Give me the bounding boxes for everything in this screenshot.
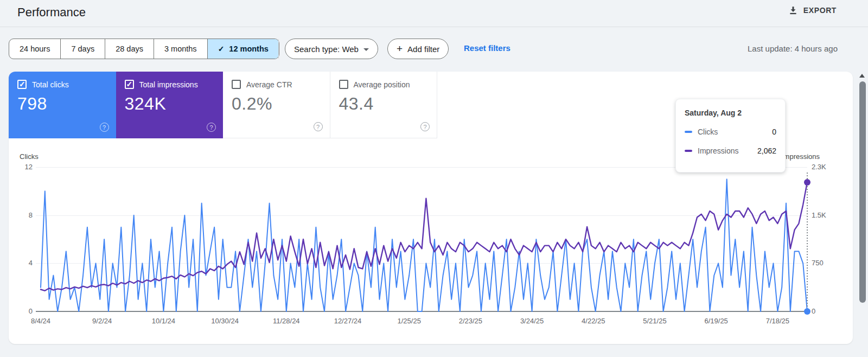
metric-label: Total clicks: [32, 80, 69, 89]
range-tab-28-days[interactable]: 28 days: [105, 39, 154, 59]
tooltip-label: Clicks: [698, 127, 718, 136]
range-tab-3-months[interactable]: 3 months: [154, 39, 208, 59]
vertical-scrollbar[interactable]: [859, 81, 866, 303]
metric-value: 0.2%: [232, 94, 321, 114]
help-icon[interactable]: ?: [100, 123, 109, 132]
metric-value: 798: [17, 94, 107, 114]
download-icon: [788, 5, 798, 15]
plus-icon: +: [397, 43, 403, 54]
search-type-dropdown[interactable]: Search type: Web: [285, 39, 378, 59]
chart-tooltip: Saturday, Aug 2 Clicks 0 Impressions 2,0…: [675, 99, 786, 173]
last-update-text: Last update: 4 hours ago: [748, 44, 838, 53]
range-tab-7-days[interactable]: 7 days: [61, 39, 105, 59]
reset-filters-link[interactable]: Reset filters: [464, 43, 510, 53]
metric-card-average-ctr[interactable]: Average CTR 0.2% ?: [223, 72, 330, 138]
range-tab-label: 3 months: [164, 44, 197, 53]
filter-bar-divider: [278, 39, 279, 59]
clicks-swatch-icon: [685, 131, 692, 133]
range-tab-label: 7 days: [71, 44, 94, 53]
page-title: Performance: [17, 5, 86, 20]
checkbox-total-impressions[interactable]: [125, 80, 134, 89]
range-tab-label: 12 months: [229, 44, 269, 53]
range-tab-label: 24 hours: [20, 44, 50, 53]
metric-value: 43.4: [339, 94, 429, 114]
export-label: EXPORT: [803, 6, 837, 15]
metric-value: 324K: [125, 94, 215, 114]
search-type-label: Search type: Web: [294, 44, 359, 54]
range-tab-label: 28 days: [116, 44, 143, 53]
help-icon[interactable]: ?: [314, 122, 323, 131]
metric-label: Total impressions: [139, 80, 198, 89]
metric-label: Average CTR: [246, 80, 292, 89]
check-icon: ✓: [218, 44, 225, 53]
header-divider: [0, 27, 868, 27]
checkbox-average-position[interactable]: [339, 80, 348, 89]
help-icon[interactable]: ?: [207, 123, 216, 132]
impressions-swatch-icon: [685, 150, 692, 152]
metric-card-total-impressions[interactable]: Total impressions 324K ?: [116, 72, 224, 138]
tooltip-row-clicks: Clicks 0: [685, 127, 776, 136]
metric-card-average-position[interactable]: Average position 43.4 ?: [330, 72, 438, 138]
add-filter-label: Add filter: [407, 44, 439, 54]
tooltip-value: 0: [772, 127, 776, 136]
tooltip-value: 2,062: [757, 146, 776, 155]
chevron-down-icon: [363, 48, 369, 51]
metric-card-total-clicks[interactable]: Total clicks 798 ?: [9, 72, 116, 138]
export-button[interactable]: EXPORT: [788, 5, 837, 15]
tooltip-row-impressions: Impressions 2,062: [685, 146, 776, 155]
help-icon[interactable]: ?: [420, 122, 430, 131]
scroll-up-icon[interactable]: [859, 74, 865, 78]
checkbox-total-clicks[interactable]: [17, 80, 27, 89]
add-filter-button[interactable]: + Add filter: [387, 39, 449, 59]
checkbox-average-ctr[interactable]: [232, 80, 241, 89]
date-range-tabs: 24 hours 7 days 28 days 3 months ✓ 12 mo…: [9, 39, 279, 59]
tooltip-date: Saturday, Aug 2: [685, 109, 776, 117]
range-tab-24-hours[interactable]: 24 hours: [9, 39, 61, 59]
range-tab-12-months[interactable]: ✓ 12 months: [208, 39, 279, 59]
metric-label: Average position: [354, 80, 410, 89]
tooltip-label: Impressions: [698, 146, 738, 155]
